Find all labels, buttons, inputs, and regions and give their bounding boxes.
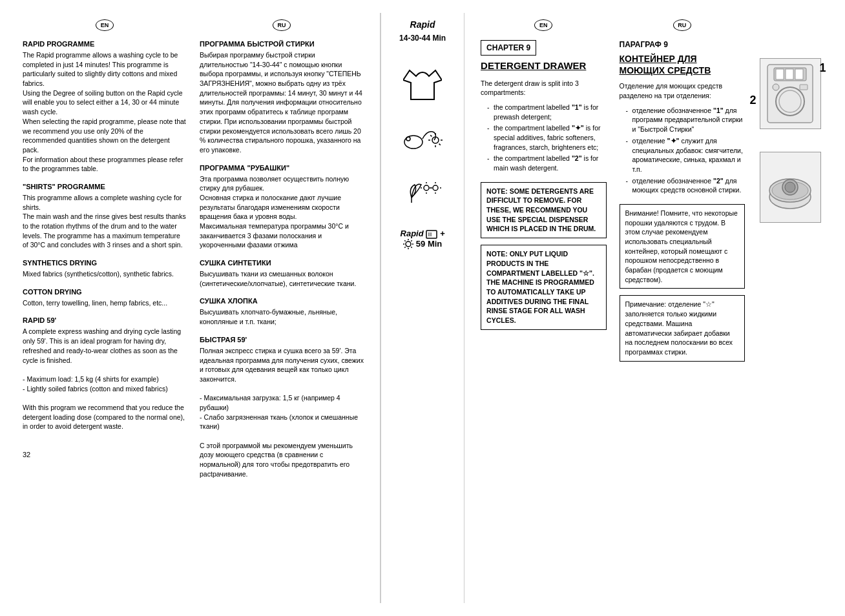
svg-point-10	[424, 185, 429, 190]
appliance-img-top	[760, 58, 821, 129]
right-image-col: 1 2	[755, 19, 826, 597]
cotton-icon-area	[402, 178, 444, 204]
en-badge: EN	[96, 19, 114, 31]
section-cotton-drying: COTTON DRYING Cotton, terry towelling, l…	[23, 288, 187, 308]
bullet-en-2: the compartment labelled "2" is for main…	[487, 154, 606, 172]
section-rapid59-ru-body: Полная экспресс стирка и сушка всего за …	[200, 346, 364, 479]
section-cotton-ru-body: Высушивать хлопчато-бумажные, льняные, к…	[200, 307, 364, 326]
note1-en-box: NOTE: SOME DETERGENTS ARE DIFFICULT TO R…	[481, 182, 606, 238]
rapid-title: Rapid	[410, 19, 435, 30]
intro-en: The detergent draw is split into 3 compa…	[481, 79, 606, 98]
intro-ru: Отделение для моющих средств разделено н…	[620, 81, 745, 100]
svg-point-15	[433, 185, 438, 190]
svg-line-31	[404, 247, 405, 247]
section-rapid-programme: RAPID PROGRAMME The Rapid programme allo…	[23, 40, 187, 174]
section-rapid-ru-title: ПРОГРАММА БЫСТРОЙ СТИРКИ	[200, 40, 364, 48]
synthetics-icon	[402, 126, 444, 155]
page-container: EN RAPID PROGRAMME The Rapid programme a…	[0, 0, 845, 616]
rapid59-time-area: 59 Min	[401, 239, 445, 249]
svg-rect-36	[795, 69, 803, 79]
section-synthetics-ru-title: СУШКА СИНТЕТИКИ	[200, 259, 364, 267]
shirt-icon	[403, 67, 442, 103]
rapid59-time: 59 Min	[416, 239, 442, 249]
note1-ru: Внимание! Помните, что некоторые порошки…	[620, 204, 745, 289]
section-synthetics-body: Mixed fabrics (synthetics/cotton), synth…	[23, 269, 187, 279]
svg-rect-34	[776, 69, 784, 79]
section-cotton-title: COTTON DRYING	[23, 288, 187, 296]
shirt-icon-area	[403, 67, 442, 103]
bullet-ru-2: отделение обозначенное "2" для моющих ср…	[626, 176, 745, 195]
section-cotton-ru-title: СУШКА ХЛОПКА	[200, 297, 364, 305]
svg-line-30	[411, 240, 412, 241]
ru-label-right: RU	[678, 22, 686, 28]
sun-rapid59-icon	[403, 239, 413, 249]
section-shirts-title: "SHIRTS" PROGRAMME	[23, 183, 187, 190]
ru-badge-right: RU	[673, 19, 691, 31]
section-shirts-ru-title: ПРОГРАММА "РУБАШКИ"	[200, 164, 364, 172]
note2-ru-box: Примечание: отделение "☆" заполняется то…	[620, 295, 745, 361]
section-synthetics-ru: СУШКА СИНТЕТИКИ Высушивать ткани из смеш…	[200, 259, 364, 288]
rapid59-label: Rapid +	[401, 229, 445, 239]
chapter-title-ru: ПАРАГРАФ 9	[620, 40, 745, 49]
section-rapid59-ru: БЫСТРАЯ 59' Полная экспресс стирка и суш…	[200, 336, 364, 479]
center-col: Rapid 14-30-44 Min	[381, 13, 464, 603]
note2-ru: Примечание: отделение "☆" заполняется то…	[620, 295, 745, 361]
section-rapid59-body: A complete express washing and drying cy…	[23, 327, 187, 431]
section-rapid59-title: RAPID 59'	[23, 316, 187, 324]
section-rapid-ru: ПРОГРАММА БЫСТРОЙ СТИРКИ Выбирая програм…	[200, 40, 364, 155]
svg-point-23	[406, 241, 411, 247]
note2-en: NOTE: ONLY PUT LIQUID PRODUCTS IN THE CO…	[481, 245, 606, 330]
svg-line-8	[439, 144, 440, 145]
rapid2-label: Rapid	[401, 229, 424, 238]
section-cotton-ru: СУШКА ХЛОПКА Высушивать хлопчато-бумажны…	[200, 297, 364, 326]
section-rapid59: RAPID 59' A complete express washing and…	[23, 316, 187, 431]
section-synthetics-drying: SYNTHETICS DRYING Mixed fabrics (synthet…	[23, 259, 187, 279]
appliance-num-2: 2	[750, 94, 756, 107]
ru-label-left: RU	[278, 22, 286, 28]
bullet-ru-0: отделение обозначенное "1" для программ …	[626, 106, 745, 134]
left-en-col: EN RAPID PROGRAMME The Rapid programme a…	[19, 19, 190, 597]
bullet-en-1: the compartment labelled "✦" is for spec…	[487, 123, 606, 152]
appliance-num-1: 1	[820, 61, 826, 75]
section-shirts: "SHIRTS" PROGRAMME This programme allows…	[23, 183, 187, 250]
page-num-left: 32	[23, 444, 30, 458]
bullets-ru-list: отделение обозначенное "1" для программ …	[626, 106, 745, 195]
note1-ru-box: Внимание! Помните, что некоторые порошки…	[620, 204, 745, 289]
right-ru-col: RU ПАРАГРАФ 9 КОНТЕЙНЕР ДЛЯ МОЮЩИХ СРЕДС…	[616, 19, 748, 597]
svg-line-28	[404, 240, 405, 241]
section-shirts-body: This programme allows a complete washing…	[23, 193, 187, 250]
bullet-en-0: the compartment labelled "1" is for prew…	[487, 103, 606, 121]
bullets-en-list: the compartment labelled "1" is for prew…	[487, 103, 606, 173]
chapter-title-en: DETERGENT DRAWER	[481, 59, 606, 72]
rapid59-label-area: Rapid +	[401, 229, 445, 249]
svg-rect-40	[800, 85, 808, 90]
left-page: EN RAPID PROGRAMME The Rapid programme a…	[6, 13, 381, 603]
appliance-top-container: 1 2	[760, 58, 821, 129]
appliance-bottom-container	[760, 152, 821, 223]
en-label-right: EN	[539, 22, 548, 28]
section-synthetics-title: SYNTHETICS DRYING	[23, 259, 187, 267]
en-badge-right: EN	[534, 19, 552, 31]
synthetics-icon-area	[402, 126, 444, 155]
washer-dryer-top-svg	[764, 61, 816, 126]
section-rapid-programme-body: The Rapid programme allows a washing cyc…	[23, 50, 187, 174]
left-ru-col: RU ПРОГРАММА БЫСТРОЙ СТИРКИ Выбирая прог…	[196, 19, 367, 597]
left-page-num-footer: 32	[23, 440, 187, 458]
rapid59-icon	[426, 230, 437, 239]
section-synthetics-ru-body: Высушивать ткани из смешанных волокон (с…	[200, 269, 364, 288]
ru-badge-left: RU	[273, 19, 291, 31]
section-rapid-ru-body: Выбирая программу быстрой стирки длитель…	[200, 50, 364, 155]
section-cotton-body: Cotton, terry towelling, linen, hemp fab…	[23, 298, 187, 308]
en-label: EN	[101, 22, 109, 28]
svg-point-1	[406, 137, 410, 141]
cotton-icon	[402, 178, 444, 204]
bullet-ru-1: отделение "✦" служит для специальных доб…	[626, 136, 745, 174]
svg-line-29	[411, 247, 412, 247]
svg-point-39	[773, 84, 779, 90]
section-shirts-ru: ПРОГРАММА "РУБАШКИ" Эта программа позвол…	[200, 164, 364, 251]
drum-dispenser-svg	[764, 161, 816, 213]
right-page: EN CHAPTER 9 DETERGENT DRAWER The deterg…	[464, 13, 839, 603]
note1-en: NOTE: SOME DETERGENTS ARE DIFFICULT TO R…	[481, 182, 606, 238]
section-rapid59-ru-title: БЫСТРАЯ 59'	[200, 336, 364, 344]
svg-point-45	[785, 182, 795, 192]
